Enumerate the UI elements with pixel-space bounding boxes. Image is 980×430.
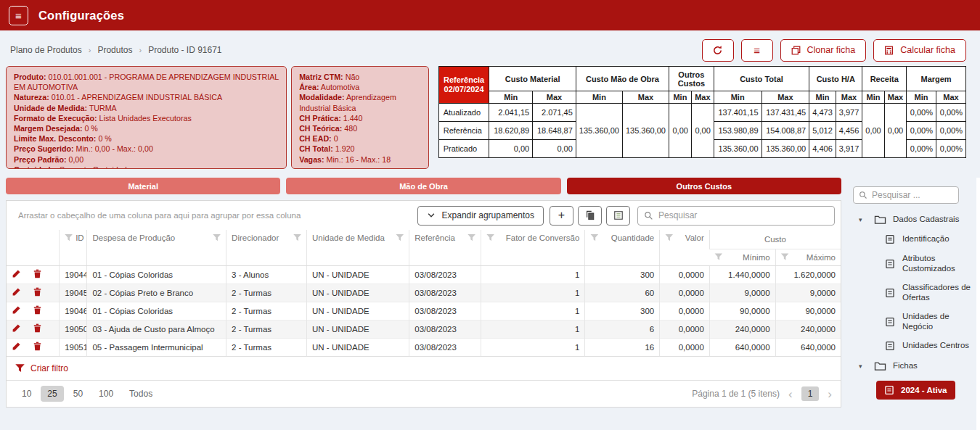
tree-item-dados-cadastrais[interactable]: ▾Dados Cadastrais (847, 214, 980, 225)
summary-row-atualizado: Atualizado 2.041,152.071,45 135.360,0013… (438, 104, 965, 122)
page-size-100[interactable]: 100 (92, 386, 120, 402)
cell-referencia: 03/08/2023 (409, 320, 481, 338)
filter-icon[interactable] (590, 234, 598, 242)
detail-field-ch-pratica: CH Prática: 1.440 (299, 113, 421, 123)
page-info: Página 1 de 1 (5 itens) (692, 389, 780, 399)
page-size-todos[interactable]: Todos (123, 386, 159, 402)
sidebar-tree: ▾Dados CadastraisIdentificaçãoAtributos … (847, 214, 980, 400)
column-header-custo-minimo[interactable]: Mínimo (709, 249, 775, 265)
cell-referencia: 03/08/2023 (409, 284, 481, 302)
copy-icon (585, 210, 595, 220)
refresh-button[interactable] (702, 39, 734, 62)
column-header-direcionador[interactable]: Direcionador (226, 230, 307, 265)
cell-id: 19046 (60, 302, 87, 320)
min-header: Min (489, 91, 533, 104)
product-field-unidade-de-medida: Unidade de Medida: TURMA (14, 103, 279, 113)
page-size-10[interactable]: 10 (15, 386, 38, 402)
filter-icon[interactable] (781, 253, 789, 261)
column-header-unidade[interactable]: Unidade de Medida (307, 230, 409, 265)
tab-outros-custos[interactable]: Outros Custos (567, 178, 841, 194)
table-row: 1904502 - Cópias Preto e Branco2 - Turma… (7, 284, 841, 302)
tree-item-classificadores-de-ofertas[interactable]: Classificadores de Ofertas (847, 283, 980, 302)
filter-icon[interactable] (665, 234, 673, 242)
filter-icon[interactable] (213, 234, 221, 242)
cell-quantidade: 16 (585, 338, 660, 356)
column-header-fator[interactable]: Fator de Conversão (481, 230, 585, 265)
breadcrumb-item[interactable]: Produtos (97, 45, 132, 55)
tree-item-selected[interactable]: 2024 - Ativa (876, 381, 955, 400)
tree-item-atributos-customizados[interactable]: Atributos Customizados (847, 254, 980, 273)
current-page-button[interactable]: 1 (801, 386, 820, 401)
clone-ficha-button[interactable]: Clonar ficha (780, 39, 867, 62)
column-header-referencia[interactable]: Referência (409, 230, 481, 265)
column-header-actions (7, 230, 60, 265)
edit-icon[interactable] (12, 305, 21, 315)
edit-icon[interactable] (12, 342, 21, 351)
expand-groups-label: Expandir agrupamentos (442, 210, 534, 220)
tab-mao-de-obra[interactable]: Mão de Obra (286, 178, 560, 194)
delete-icon[interactable] (33, 269, 42, 278)
filter-icon[interactable] (486, 234, 494, 242)
cost-tabs: MaterialMão de ObraOutros Custos (6, 178, 841, 194)
cell-direcionador: 2 - Turmas (226, 338, 307, 356)
collapse-arrow-icon[interactable]: ▾ (859, 216, 867, 223)
calculate-ficha-button[interactable]: Calcular ficha (873, 39, 966, 62)
tree-item-2024-ativa[interactable]: 2024 - Ativa (847, 381, 980, 400)
summary-group-ha: Custo H/A (809, 67, 862, 91)
tab-material[interactable]: Material (6, 178, 280, 194)
max-header: Max (884, 91, 906, 104)
delete-icon[interactable] (33, 287, 42, 297)
copy-grid-button[interactable] (578, 206, 602, 226)
max-header: Max (836, 91, 862, 104)
max-header: Max (761, 91, 809, 104)
grid-search-input[interactable] (658, 210, 828, 220)
export-button[interactable] (606, 206, 630, 226)
menu-button[interactable]: ≡ (741, 39, 773, 62)
sidebar-search-input[interactable] (872, 190, 980, 200)
filter-icon[interactable] (467, 234, 475, 242)
filter-icon[interactable] (714, 253, 722, 261)
edit-icon[interactable] (12, 287, 21, 297)
delete-icon[interactable] (33, 305, 42, 315)
column-header-despesa[interactable]: Despesa de Produção (87, 230, 226, 265)
filter-icon[interactable] (65, 234, 73, 242)
filter-icon[interactable] (396, 234, 404, 242)
column-header-id[interactable]: ID (60, 230, 87, 265)
tree-item-identificacao[interactable]: Identificação (847, 234, 980, 244)
cell-quantidade: 60 (585, 284, 660, 302)
filter-icon[interactable] (293, 234, 301, 242)
hamburger-menu-icon[interactable]: ≡ (9, 6, 28, 25)
cell-custo-minimo: 9,0000 (709, 284, 775, 302)
edit-icon[interactable] (12, 269, 21, 278)
max-header: Max (691, 91, 714, 104)
calculate-ficha-label: Calcular ficha (900, 45, 955, 55)
breadcrumb-item[interactable]: Plano de Produtos (10, 45, 82, 55)
delete-icon[interactable] (33, 342, 42, 351)
column-header-custo-maximo[interactable]: Máximo (775, 249, 841, 265)
menu-icon: ≡ (754, 45, 760, 56)
add-row-button[interactable]: + (550, 206, 573, 226)
tree-item-unidades-centros[interactable]: Unidades Centros (847, 341, 980, 351)
expand-groups-button[interactable]: Expandir agrupamentos (417, 206, 544, 226)
min-header: Min (714, 91, 761, 104)
prev-page-icon[interactable]: ‹ (788, 388, 793, 400)
create-filter-button[interactable]: Criar filtro (7, 356, 841, 380)
summary-group-material: Custo Material (489, 67, 576, 91)
cell-custo-maximo: 640,0000 (775, 338, 841, 356)
cell-custo-minimo: 90,0000 (709, 302, 775, 320)
tree-item-unidades-de-negocio[interactable]: Unidades de Negócio (847, 312, 980, 331)
next-page-icon[interactable]: › (828, 388, 832, 400)
delete-icon[interactable] (33, 323, 42, 333)
collapse-arrow-icon[interactable]: ▾ (859, 363, 867, 370)
edit-icon[interactable] (12, 323, 21, 333)
page-size-25[interactable]: 25 (41, 386, 63, 402)
column-header-valor[interactable]: Valor (660, 230, 710, 265)
summary-group-mao-de-obra: Custo Mão de Obra (576, 67, 669, 91)
cell-id: 19050 (60, 320, 87, 338)
cell-valor: 0,0000 (660, 338, 710, 356)
cell-quantidade: 300 (585, 302, 660, 320)
tree-item-fichas[interactable]: ▾Fichas (847, 360, 980, 371)
page-size-50[interactable]: 50 (67, 386, 89, 402)
detail-field-modalidade: Modalidade: Aprendizagem Industrial Bási… (299, 92, 421, 112)
column-header-quantidade[interactable]: Quantidade (585, 230, 660, 265)
